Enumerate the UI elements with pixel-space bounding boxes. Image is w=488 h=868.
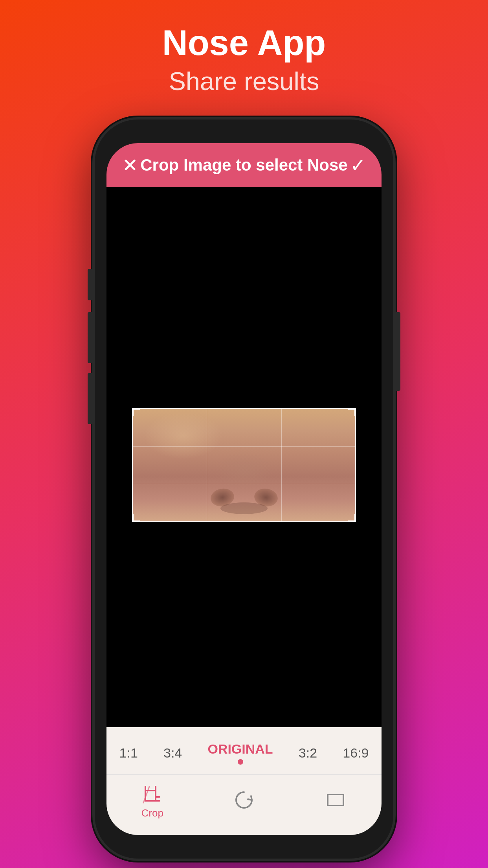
crop-icon (141, 783, 163, 805)
ratio-bar: 1:1 3:4 ORIGINAL 3:2 16:9 (106, 727, 382, 774)
crop-header-title: Crop Image to select Nose (138, 156, 350, 175)
phone-screen: ✕ Crop Image to select Nose ✓ (106, 143, 382, 835)
ratio-3-4[interactable]: 3:4 (156, 745, 190, 761)
crop-label: Crop (141, 807, 163, 819)
nose-image (132, 408, 356, 522)
app-subtitle: Share results (162, 66, 326, 96)
confirm-button[interactable]: ✓ (350, 154, 366, 176)
svg-rect-7 (328, 794, 343, 805)
ratio-1-1[interactable]: 1:1 (112, 745, 146, 761)
crop-header: ✕ Crop Image to select Nose ✓ (106, 143, 382, 187)
aspect-tool[interactable] (290, 789, 382, 813)
crop-corner-bl (132, 514, 140, 522)
phone-wrapper: ✕ Crop Image to select Nose ✓ (95, 120, 393, 859)
volume-down-button (88, 373, 95, 424)
volume-up-button (88, 312, 95, 363)
header-section: Nose App Share results (162, 0, 326, 112)
power-button (393, 312, 400, 391)
ratio-original[interactable]: ORIGINAL (200, 741, 281, 765)
crop-corner-tl (132, 408, 140, 416)
crop-corner-tr (348, 408, 356, 416)
bottom-toolbar: Crop (106, 774, 382, 835)
volume-mute-button (88, 269, 95, 300)
crop-tool[interactable]: Crop (106, 783, 198, 819)
ratio-3-2[interactable]: 3:2 (291, 745, 325, 761)
app-title: Nose App (162, 24, 326, 63)
aspect-icon (325, 789, 347, 811)
ratio-16-9[interactable]: 16:9 (335, 745, 376, 761)
ratio-active-dot (238, 759, 243, 765)
rotate-tool[interactable] (198, 789, 290, 813)
crop-corner-br (348, 514, 356, 522)
image-area (106, 187, 382, 727)
rotate-icon (233, 789, 255, 811)
close-button[interactable]: ✕ (122, 154, 138, 176)
crop-image-container[interactable] (132, 408, 356, 522)
